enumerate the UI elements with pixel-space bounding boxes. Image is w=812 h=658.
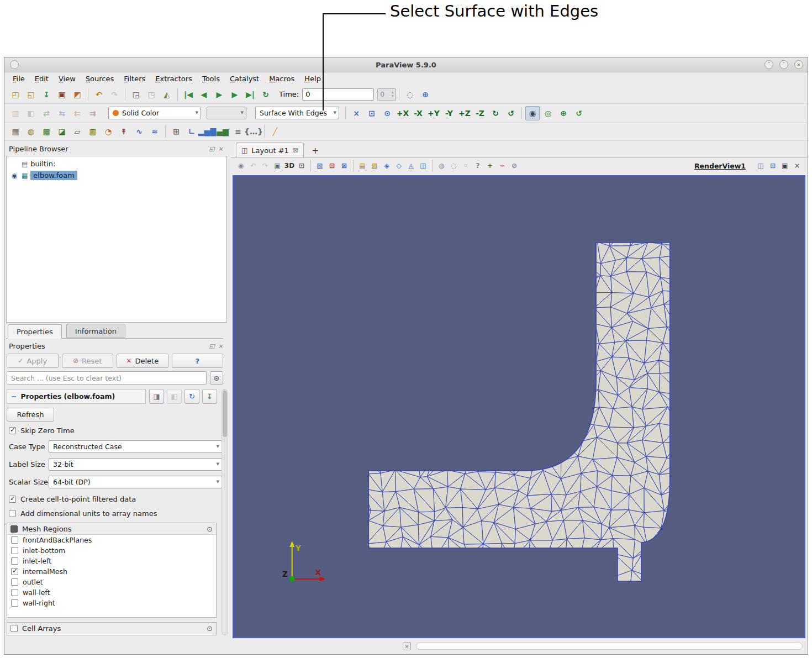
find-data-icon[interactable]: ⊕ <box>418 87 433 102</box>
maximize-view-icon[interactable]: ▣ <box>779 160 791 172</box>
last-frame-icon[interactable]: ▶| <box>243 87 257 102</box>
cell-arrays-select-all-checkbox[interactable] <box>10 625 18 632</box>
clear-selection-icon[interactable]: ⊘ <box>508 160 520 172</box>
select-polygon-cells-icon[interactable]: ◬ <box>405 160 417 172</box>
python-calculator-icon[interactable]: ≡ <box>231 124 245 139</box>
properties-group-header[interactable]: − Properties (elbow.foam) <box>7 389 146 404</box>
slice-icon[interactable]: ▱ <box>70 124 85 139</box>
save-data-icon[interactable]: ↧ <box>39 87 54 102</box>
mesh-region-item[interactable]: wall-right <box>7 598 216 608</box>
new-layout-tab-button[interactable]: + <box>308 144 323 157</box>
menu-file[interactable]: File <box>8 73 30 84</box>
add-dimensional-units-checkbox[interactable] <box>9 510 16 517</box>
list-options-icon[interactable]: ⊙ <box>207 624 213 633</box>
threshold-icon[interactable]: ▥ <box>86 124 100 139</box>
color-by-select[interactable]: Solid Color ▾ <box>108 107 201 119</box>
plot-over-line-icon[interactable]: ∟ <box>184 124 199 139</box>
histogram-icon[interactable]: ▂▅▇ <box>200 124 214 139</box>
copy-properties-icon[interactable]: ◨ <box>149 389 164 404</box>
rotate-90-cw-icon[interactable]: ↻ <box>488 106 503 120</box>
interactive-select-cells-icon[interactable]: ◍ <box>435 160 447 172</box>
region-checkbox[interactable] <box>11 536 18 544</box>
search-data-icon[interactable]: ◌ <box>403 87 417 102</box>
region-checkbox[interactable] <box>11 547 18 554</box>
select-frustum-cells-icon[interactable]: ◈ <box>381 160 393 172</box>
reload-properties-icon[interactable]: ↻ <box>184 389 199 404</box>
selection-query-icon[interactable]: ? <box>472 160 484 172</box>
region-checkbox[interactable] <box>11 578 18 586</box>
view-plus-y-icon[interactable]: +Y <box>426 106 441 120</box>
view-plus-x-icon[interactable]: +X <box>396 106 410 120</box>
ruler-icon[interactable]: ╱ <box>268 124 282 139</box>
toggle-2d3d-icon[interactable]: 3D <box>283 160 296 172</box>
properties-scrollbar[interactable] <box>222 389 228 635</box>
select-frustum-points-icon[interactable]: ◇ <box>393 160 405 172</box>
select-cells-on-surface-icon[interactable]: ▤ <box>356 160 368 172</box>
float-dock-icon[interactable]: ◱ <box>209 343 214 350</box>
restore-window-button[interactable]: ˆ <box>779 60 788 69</box>
collapse-icon[interactable]: − <box>11 392 17 401</box>
select-block-icon[interactable]: ◫ <box>417 160 429 172</box>
view-plus-z-icon[interactable]: +Z <box>457 106 472 120</box>
float-dock-icon[interactable]: ◱ <box>209 145 214 152</box>
menu-sources[interactable]: Sources <box>81 73 119 84</box>
help-button[interactable]: ? <box>172 354 224 368</box>
loop-icon[interactable]: ↻ <box>259 87 273 102</box>
toggle-selection-icon[interactable]: ⊠ <box>338 160 350 172</box>
menu-macros[interactable]: Macros <box>264 73 299 84</box>
shrink-selection-icon[interactable]: − <box>496 160 508 172</box>
time-input[interactable] <box>302 88 374 101</box>
plot-selection-over-time-icon[interactable]: ▄▆ <box>215 124 230 139</box>
menu-help[interactable]: Help <box>299 73 326 84</box>
adjust-camera-icon[interactable]: ⊡ <box>296 160 308 172</box>
list-options-icon[interactable]: ⊙ <box>207 525 213 533</box>
programmable-filter-icon[interactable]: {…} <box>246 124 261 139</box>
view-minus-y-icon[interactable]: -Y <box>442 106 456 120</box>
add-dimensional-units-row[interactable]: Add dimensional units to array names <box>9 509 157 518</box>
search-input[interactable] <box>7 371 207 385</box>
select-cells-rect-icon[interactable]: ▧ <box>314 160 326 172</box>
mesh-regions-select-all-checkbox[interactable] <box>10 525 18 533</box>
reset-camera-icon[interactable]: × <box>349 106 363 120</box>
zoom-closest-icon[interactable]: ⊙ <box>380 106 394 120</box>
shade-window-button[interactable]: ˇ <box>764 60 773 69</box>
label-size-select[interactable]: 32-bit ▾ <box>49 458 222 471</box>
gradient-icon[interactable]: ◍ <box>24 124 38 139</box>
tab-information[interactable]: Information <box>66 324 125 338</box>
group-datasets-icon[interactable]: ⊞ <box>169 124 183 139</box>
show-center-of-rotation-icon[interactable]: ◎ <box>541 106 555 120</box>
interactive-select-points-icon[interactable]: ◌ <box>447 160 460 172</box>
tab-properties[interactable]: Properties <box>8 324 62 339</box>
camera-undo-icon[interactable]: ◲ <box>129 87 143 102</box>
region-checkbox[interactable] <box>11 599 18 607</box>
color-palette-icon[interactable]: ◩ <box>70 87 85 102</box>
region-checkbox[interactable] <box>11 568 18 575</box>
view-minus-z-icon[interactable]: -Z <box>473 106 487 120</box>
pick-center-icon[interactable]: ⊕ <box>556 106 571 120</box>
close-messages-button[interactable]: × <box>403 642 411 650</box>
next-frame-icon[interactable]: ▶ <box>228 87 242 102</box>
close-dock-icon[interactable]: × <box>218 145 223 152</box>
subtract-selection-icon[interactable]: ⊟ <box>326 160 338 172</box>
open-data-icon[interactable]: ◰ <box>8 87 23 102</box>
play-icon[interactable]: ▶ <box>212 87 226 102</box>
close-view-icon[interactable]: × <box>791 160 803 172</box>
region-checkbox[interactable] <box>11 557 18 565</box>
menu-filters[interactable]: Filters <box>119 73 150 84</box>
load-state-icon[interactable]: ◱ <box>24 87 38 102</box>
menu-catalyst[interactable]: Catalyst <box>225 73 264 84</box>
camera-eye-icon[interactable]: ◉ <box>525 106 540 120</box>
view-minus-x-icon[interactable]: -X <box>411 106 425 120</box>
hover-cells-icon[interactable]: ◦ <box>460 160 472 172</box>
rotate-90-ccw-icon[interactable]: ↺ <box>504 106 518 120</box>
pipeline-item-elbow-foam[interactable]: ◉ ▦ elbow.foam <box>7 170 226 181</box>
menu-tools[interactable]: Tools <box>197 73 225 84</box>
save-defaults-icon[interactable]: ↧ <box>202 389 217 404</box>
mesh-region-item[interactable]: wall-left <box>7 587 216 598</box>
search-options-button[interactable]: ⊛ <box>210 371 223 385</box>
render-view-name[interactable]: RenderView1 <box>694 162 746 170</box>
capture-screenshot-icon[interactable]: ▣ <box>55 87 69 102</box>
clip-icon[interactable]: ◪ <box>55 124 69 139</box>
scalar-size-select[interactable]: 64-bit (DP) ▾ <box>49 476 222 488</box>
warp-by-vector-icon[interactable]: ≈ <box>147 124 162 139</box>
